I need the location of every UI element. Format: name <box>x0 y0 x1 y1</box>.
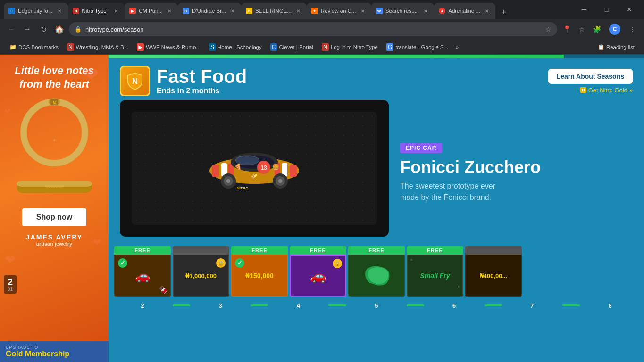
nitro-gold-label: Get Nitro Gold <box>588 87 627 94</box>
svg-text:🍕: 🍕 <box>234 163 242 170</box>
svg-text:· · · · · · ·: · · · · · · · <box>47 185 62 189</box>
bookmark-clever[interactable]: C Clever | Portal <box>267 41 317 53</box>
location-button[interactable]: 📍 <box>560 23 573 36</box>
reward-item-7: ₦400,00... <box>465 246 522 297</box>
schoology-icon: S <box>209 43 216 51</box>
ends-label: Ends <box>157 87 177 95</box>
reward-1-card[interactable]: ✓ 🚗 🍫 <box>114 255 171 297</box>
reward-item-1: FREE ✓ 🚗 🍫 <box>114 246 171 297</box>
ad-sidebar: ❤ ❤ ❤ ❤ Little love notes from the heart… <box>0 55 109 362</box>
edgenuity-favicon: E <box>8 8 15 14</box>
reward-item-4: FREE 🔒 🚗 <box>290 246 346 297</box>
svg-point-24 <box>226 179 230 183</box>
ends-in: in 2 months <box>177 87 220 95</box>
bookmark-star-button[interactable]: ☆ <box>575 23 588 36</box>
step-6[interactable]: 6 <box>426 299 483 312</box>
maximize-button[interactable]: □ <box>596 0 618 19</box>
tab-cmpunk-close[interactable]: ✕ <box>166 7 173 15</box>
get-nitro-gold-link[interactable]: N Get Nitro Gold » <box>580 87 633 94</box>
translate-icon: G <box>386 43 393 51</box>
tab-cmpunk[interactable]: ▶ CM Pun... ✕ <box>125 3 178 19</box>
reward-4-free-badge: FREE <box>290 246 346 255</box>
step-5[interactable]: 5 <box>348 299 405 312</box>
season-name: Fast Food <box>157 67 247 86</box>
svg-rect-14 <box>290 165 297 177</box>
reward-4-card[interactable]: 🔒 🚗 <box>290 255 346 297</box>
step-3[interactable]: 3 <box>192 299 249 312</box>
step-2[interactable]: 2 <box>114 299 171 312</box>
tab-adrenaline[interactable]: A Adrenaline ... ✕ <box>434 3 495 19</box>
reward-1-free-badge: FREE <box>114 246 171 255</box>
step-7-label: 7 <box>530 302 534 309</box>
tab-bellringer[interactable]: B BELL RINGE... ✕ <box>241 3 307 19</box>
reward-7-card[interactable]: ₦400,00... <box>465 255 522 297</box>
home-button[interactable]: 🏠 <box>53 23 66 36</box>
profile-avatar[interactable]: C <box>609 24 620 35</box>
step-8[interactable]: 8 <box>582 299 638 312</box>
tab-reviewan-close[interactable]: ✕ <box>359 7 367 15</box>
reward-2-card[interactable]: 🔒 ₦1,000,000 <box>173 255 229 297</box>
reward-4-car-icon: 🚗 <box>310 268 326 284</box>
forward-button[interactable]: → <box>21 23 34 36</box>
tab-dundrae[interactable]: D D'Undrae Br... ✕ <box>178 3 241 19</box>
step-3-label: 3 <box>219 302 222 309</box>
tab-searchres-close[interactable]: ✕ <box>422 7 429 15</box>
tab-nitrotype-close[interactable]: ✕ <box>112 7 120 15</box>
minimize-button[interactable]: ─ <box>573 0 595 19</box>
upgrade-tier-label: Gold Membership <box>6 350 103 358</box>
car-name: Fonicci Zucchero <box>400 158 633 177</box>
lock-icon: 🔒 <box>75 26 82 33</box>
tab-edgenuity-close[interactable]: ✕ <box>56 7 63 15</box>
reward-1-car-icon: 🚗 <box>135 269 150 283</box>
reward-5-card[interactable] <box>348 255 405 297</box>
car-desc-line2: made by the Fonicci brand. <box>400 193 491 201</box>
bookmark-translate[interactable]: G translate - Google S... <box>383 41 452 53</box>
reward-6-card[interactable]: " Small Fry " <box>407 255 463 297</box>
tab-reviewan[interactable]: ★ Review an C... ✕ <box>307 3 371 19</box>
shop-now-button[interactable]: Shop now <box>22 208 86 226</box>
step-5-label: 5 <box>375 302 378 309</box>
reading-list-button[interactable]: 📋 Reading list <box>594 41 638 53</box>
learn-about-seasons-button[interactable]: Learn About Seasons <box>548 69 633 84</box>
season-progress-fill <box>109 55 564 58</box>
step-4[interactable]: 4 <box>270 299 326 312</box>
bookmarks-more-button[interactable]: » <box>453 41 461 53</box>
tab-bellringer-close[interactable]: ✕ <box>294 7 302 15</box>
svg-text:🍔: 🍔 <box>272 163 279 170</box>
cmpunk-favicon: ▶ <box>129 8 136 14</box>
menu-button[interactable]: ⋮ <box>626 23 639 36</box>
ad-ring-image-container: N ✦ <box>17 95 92 170</box>
svg-rect-11 <box>212 165 219 177</box>
bookmark-wrestling[interactable]: N Wrestling, MMA & B... <box>63 41 132 53</box>
reward-7-no-free-badge <box>465 246 522 255</box>
url-display: nitrotype.com/season <box>85 26 542 33</box>
new-tab-button[interactable]: + <box>497 6 510 19</box>
reward-3-card[interactable]: ✓ ₦150,000 <box>231 255 288 297</box>
back-button[interactable]: ← <box>5 23 18 36</box>
tab-adrenaline-close[interactable]: ✕ <box>483 7 491 15</box>
season-title-group: Fast Food Ends in 2 months <box>157 67 247 95</box>
bookmark-nitrotype-login[interactable]: N Log In to Nitro Type <box>318 41 382 53</box>
bookmark-dcs[interactable]: 📁 DCS Bookmarks <box>6 41 62 53</box>
bookmark-wwe[interactable]: ▶ WWE News & Rumo... <box>133 41 204 53</box>
blob-svg <box>360 264 393 288</box>
reload-button[interactable]: ↻ <box>37 23 50 36</box>
reading-list-label: Reading list <box>606 44 635 50</box>
car-description: The sweetest prototype ever made by the … <box>400 181 633 203</box>
close-button[interactable]: ✕ <box>619 0 640 19</box>
step-7[interactable]: 7 <box>504 299 560 312</box>
tab-edgenuity[interactable]: E Edgenuity fo... ✕ <box>4 3 68 19</box>
bookmark-schoology[interactable]: S Home | Schoology <box>205 41 266 53</box>
extension-button[interactable]: 🧩 <box>590 23 603 36</box>
tab-searchres[interactable]: W Search resu... ✕ <box>371 3 435 19</box>
tab-cmpunk-label: CM Pun... <box>139 8 163 14</box>
tab-dundrae-label: D'Undrae Br... <box>192 8 226 14</box>
navigation-bar: ← → ↻ 🏠 🔒 nitrotype.com/season ☆ 📍 ☆ 🧩 C… <box>0 19 644 40</box>
tab-nitrotype[interactable]: N Nitro Type | ✕ <box>68 3 125 19</box>
reading-list-icon: 📋 <box>598 44 604 50</box>
step-6-label: 6 <box>452 302 456 309</box>
reward-6-quote-close: " <box>458 284 460 294</box>
address-bar[interactable]: 🔒 nitrotype.com/season ☆ <box>69 22 557 36</box>
star-icon[interactable]: ☆ <box>545 25 552 33</box>
tab-dundrae-close[interactable]: ✕ <box>229 7 236 15</box>
